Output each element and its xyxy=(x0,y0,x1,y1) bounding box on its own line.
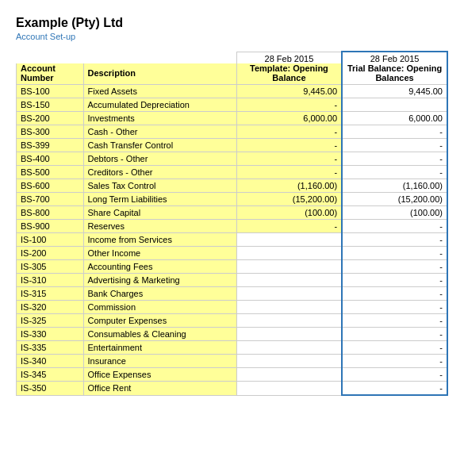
template-value-cell xyxy=(236,247,342,260)
account-number-cell: BS-200 xyxy=(17,112,84,125)
description-header-empty xyxy=(83,52,236,63)
template-value-cell: 6,000.00 xyxy=(236,112,342,125)
account-number-cell: IS-320 xyxy=(17,301,84,314)
template-value-cell xyxy=(236,341,342,355)
template-value-cell xyxy=(236,355,342,368)
description-cell: Computer Expenses xyxy=(83,314,236,328)
table-row: IS-200Other Income- xyxy=(17,247,448,260)
account-number-cell: IS-305 xyxy=(17,260,84,274)
table-row: BS-900Reserves-- xyxy=(17,220,448,233)
description-col-header: Description xyxy=(83,63,236,85)
table-row: IS-100Income from Services- xyxy=(17,233,448,247)
template-value-cell xyxy=(236,328,342,341)
table-row: BS-400Debtors - Other-- xyxy=(17,152,448,166)
table-row: BS-800Share Capital(100.00)(100.00) xyxy=(17,206,448,220)
description-cell: Income from Services xyxy=(83,233,236,247)
table-row: IS-315Bank Charges- xyxy=(17,287,448,301)
table-row: BS-150Accumulated Depreciation- xyxy=(17,98,448,112)
template-value-cell: - xyxy=(236,220,342,233)
template-value-cell xyxy=(236,287,342,301)
date-header-row: 28 Feb 2015 28 Feb 2015 xyxy=(17,52,448,63)
table-row: BS-100Fixed Assets9,445.009,445.00 xyxy=(17,85,448,98)
account-number-cell: IS-315 xyxy=(17,287,84,301)
account-number-cell: IS-335 xyxy=(17,341,84,355)
trial-value-cell: (100.00) xyxy=(342,206,447,220)
account-number-cell: IS-340 xyxy=(17,355,84,368)
table-row: IS-320Commission- xyxy=(17,301,448,314)
trial-value-cell: - xyxy=(342,139,447,152)
trial-value-cell: - xyxy=(342,247,447,260)
template-value-cell: (1,160.00) xyxy=(236,179,342,193)
description-cell: Sales Tax Control xyxy=(83,179,236,193)
description-cell: Investments xyxy=(83,112,236,125)
template-value-cell: - xyxy=(236,166,342,179)
trial-value-cell xyxy=(342,98,447,112)
table-row: BS-200Investments6,000.006,000.00 xyxy=(17,112,448,125)
template-value-cell xyxy=(236,274,342,287)
template-date-cell: 28 Feb 2015 xyxy=(236,52,342,63)
description-cell: Office Expenses xyxy=(83,368,236,382)
trial-value-cell: 6,000.00 xyxy=(342,112,447,125)
template-value-cell: (15,200.00) xyxy=(236,193,342,206)
account-number-cell: BS-800 xyxy=(17,206,84,220)
table-row: IS-340Insurance- xyxy=(17,355,448,368)
description-cell: Consumables & Cleaning xyxy=(83,328,236,341)
template-value-cell: (100.00) xyxy=(236,206,342,220)
table-row: IS-325Computer Expenses- xyxy=(17,314,448,328)
subtitle: Account Set-up xyxy=(16,32,448,41)
template-value-cell: - xyxy=(236,125,342,139)
table-row: IS-305Accounting Fees- xyxy=(17,260,448,274)
account-number-cell: IS-200 xyxy=(17,247,84,260)
description-cell: Cash - Other xyxy=(83,125,236,139)
account-number-cell: BS-600 xyxy=(17,179,84,193)
description-cell: Fixed Assets xyxy=(83,85,236,98)
description-cell: Share Capital xyxy=(83,206,236,220)
account-number-cell: IS-325 xyxy=(17,314,84,328)
account-number-cell: IS-100 xyxy=(17,233,84,247)
trial-value-cell: (15,200.00) xyxy=(342,193,447,206)
account-number-cell: BS-300 xyxy=(17,125,84,139)
table-row: IS-345Office Expenses- xyxy=(17,368,448,382)
account-number-cell: BS-700 xyxy=(17,193,84,206)
template-value-cell: - xyxy=(236,152,342,166)
account-number-cell: BS-400 xyxy=(17,152,84,166)
trial-value-cell: - xyxy=(342,341,447,355)
description-cell: Bank Charges xyxy=(83,287,236,301)
description-cell: Long Term Liabilities xyxy=(83,193,236,206)
template-value-cell xyxy=(236,260,342,274)
description-cell: Reserves xyxy=(83,220,236,233)
template-value-cell xyxy=(236,382,342,396)
template-col-header: Template: Opening Balance xyxy=(236,63,342,85)
table-row: BS-500Creditors - Other-- xyxy=(17,166,448,179)
table-row: BS-700Long Term Liabilities(15,200.00)(1… xyxy=(17,193,448,206)
account-number-cell: BS-399 xyxy=(17,139,84,152)
template-value-cell xyxy=(236,301,342,314)
description-cell: Entertainment xyxy=(83,341,236,355)
template-value-cell: 9,445.00 xyxy=(236,85,342,98)
account-number-cell: BS-500 xyxy=(17,166,84,179)
trial-value-cell: - xyxy=(342,233,447,247)
template-value-cell: - xyxy=(236,139,342,152)
account-number-cell: BS-900 xyxy=(17,220,84,233)
trial-value-cell: - xyxy=(342,220,447,233)
description-cell: Accounting Fees xyxy=(83,260,236,274)
template-value-cell xyxy=(236,314,342,328)
description-cell: Commission xyxy=(83,301,236,314)
trial-value-cell: - xyxy=(342,355,447,368)
description-cell: Creditors - Other xyxy=(83,166,236,179)
trial-value-cell: - xyxy=(342,314,447,328)
trial-value-cell: - xyxy=(342,125,447,139)
table-row: IS-310Advertising & Marketing- xyxy=(17,274,448,287)
account-number-cell: BS-100 xyxy=(17,85,84,98)
table-row: IS-350Office Rent- xyxy=(17,382,448,396)
trial-value-cell: - xyxy=(342,260,447,274)
description-cell: Other Income xyxy=(83,247,236,260)
template-value-cell: - xyxy=(236,98,342,112)
trial-value-cell: 9,445.00 xyxy=(342,85,447,98)
description-cell: Debtors - Other xyxy=(83,152,236,166)
trial-value-cell: - xyxy=(342,274,447,287)
account-number-cell: IS-345 xyxy=(17,368,84,382)
account-number-cell: IS-330 xyxy=(17,328,84,341)
table-row: IS-335Entertainment- xyxy=(17,341,448,355)
trial-value-cell: - xyxy=(342,152,447,166)
